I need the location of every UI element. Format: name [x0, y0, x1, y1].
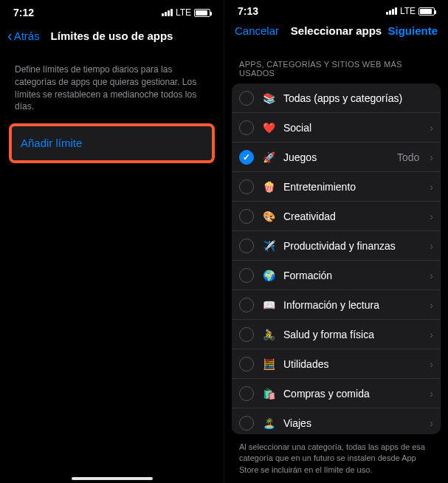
- category-label: Creatividad: [283, 210, 422, 222]
- category-row[interactable]: 📚Todas (apps y categorías): [232, 83, 441, 113]
- category-row[interactable]: 🚀JuegosTodo›: [232, 143, 441, 172]
- category-row[interactable]: 🧮Utilidades›: [232, 349, 441, 379]
- page-title: Límites de uso de apps: [51, 30, 173, 42]
- chevron-right-icon: ›: [430, 210, 433, 222]
- selection-checkbox[interactable]: [239, 91, 254, 106]
- screen-select-apps: 7:13 LTE Cancelar Seleccionar apps Sigui…: [224, 0, 448, 483]
- add-limit-label: Añadir límite: [21, 137, 82, 149]
- footer-note: Al seleccionar una categoría, todas las …: [224, 434, 448, 483]
- category-label: Compras y comida: [283, 388, 422, 400]
- selection-checkbox[interactable]: [239, 357, 254, 371]
- nav-bar: ‹ Atrás Límites de uso de apps: [0, 22, 224, 49]
- category-icon: 🛍️: [261, 386, 276, 401]
- back-button[interactable]: ‹ Atrás: [7, 28, 40, 43]
- nav-bar: Cancelar Seleccionar apps Siguiente: [224, 20, 448, 43]
- category-icon: 🏝️: [261, 416, 276, 431]
- chevron-right-icon: ›: [430, 122, 433, 134]
- carrier-label: LTE: [400, 6, 416, 16]
- category-row[interactable]: ✈️Productividad y finanzas›: [232, 231, 441, 261]
- category-row[interactable]: 🛍️Compras y comida›: [232, 379, 441, 408]
- category-icon: 🧮: [261, 357, 276, 371]
- category-label: Productividad y finanzas: [283, 240, 422, 252]
- status-bar: 7:13 LTE: [224, 0, 448, 20]
- status-indicators: LTE: [386, 6, 435, 16]
- category-label: Formación: [283, 270, 422, 281]
- chevron-right-icon: ›: [430, 240, 433, 252]
- category-row[interactable]: 🍿Entretenimiento›: [232, 172, 441, 202]
- selection-checkbox[interactable]: [239, 416, 254, 431]
- home-indicator[interactable]: [72, 477, 153, 480]
- category-icon: ✈️: [261, 239, 276, 253]
- category-row[interactable]: 🏝️Viajes›: [232, 408, 441, 434]
- category-row[interactable]: 🌍Formación›: [232, 261, 441, 290]
- category-icon: 🎨: [261, 209, 276, 224]
- page-title: Seleccionar apps: [291, 24, 382, 37]
- category-label: Viajes: [283, 417, 422, 429]
- selection-checkbox[interactable]: [239, 239, 254, 253]
- category-icon: 🍿: [261, 179, 276, 194]
- screen-app-limits: 7:12 LTE ‹ Atrás Límites de uso de apps …: [0, 0, 224, 483]
- category-icon: 🌍: [261, 268, 276, 283]
- category-list: 📚Todas (apps y categorías)❤️Social›🚀Jueg…: [232, 83, 441, 434]
- signal-icon: [162, 9, 173, 16]
- add-limit-button[interactable]: Añadir límite: [9, 123, 215, 163]
- selection-checkbox[interactable]: [239, 386, 254, 401]
- status-bar: 7:12 LTE: [0, 0, 224, 22]
- selection-checkbox[interactable]: [239, 150, 254, 165]
- category-icon: 🚀: [261, 150, 276, 165]
- category-label: Todas (apps y categorías): [283, 92, 433, 104]
- category-row[interactable]: 🚴Salud y forma física›: [232, 320, 441, 349]
- cancel-button[interactable]: Cancelar: [235, 24, 279, 37]
- chevron-right-icon: ›: [430, 181, 433, 193]
- carrier-label: LTE: [176, 7, 191, 18]
- category-row[interactable]: 🎨Creatividad›: [232, 202, 441, 231]
- category-label: Salud y forma física: [283, 329, 422, 340]
- chevron-right-icon: ›: [430, 299, 433, 311]
- section-header: APPS, CATEGORÍAS Y SITIOS WEB MÁS USADOS: [224, 42, 448, 83]
- category-label: Entretenimiento: [283, 181, 422, 193]
- category-label: Información y lectura: [283, 299, 422, 311]
- selection-checkbox[interactable]: [239, 268, 254, 283]
- category-value: Todo: [397, 151, 419, 163]
- description-text: Define límites de tiempo diarios para la…: [0, 49, 224, 123]
- category-row[interactable]: ❤️Social›: [232, 113, 441, 143]
- category-icon: 🚴: [261, 327, 276, 342]
- category-label: Utilidades: [283, 358, 422, 370]
- chevron-right-icon: ›: [430, 329, 433, 340]
- chevron-left-icon: ‹: [7, 28, 13, 43]
- selection-checkbox[interactable]: [239, 327, 254, 342]
- chevron-right-icon: ›: [430, 270, 433, 281]
- signal-icon: [386, 7, 397, 15]
- status-time: 7:13: [238, 5, 258, 17]
- category-row[interactable]: 📖Información y lectura›: [232, 290, 441, 320]
- status-indicators: LTE: [162, 7, 210, 18]
- chevron-right-icon: ›: [430, 388, 433, 400]
- category-icon: 📖: [261, 298, 276, 312]
- back-label: Atrás: [14, 30, 40, 42]
- chevron-right-icon: ›: [430, 417, 433, 429]
- selection-checkbox[interactable]: [239, 120, 254, 135]
- selection-checkbox[interactable]: [239, 179, 254, 194]
- category-icon: 📚: [261, 91, 276, 106]
- category-label: Juegos: [283, 151, 390, 163]
- chevron-right-icon: ›: [430, 358, 433, 370]
- selection-checkbox[interactable]: [239, 298, 254, 312]
- next-button[interactable]: Siguiente: [387, 24, 438, 37]
- chevron-right-icon: ›: [430, 151, 433, 163]
- battery-icon: [194, 9, 210, 17]
- selection-checkbox[interactable]: [239, 209, 254, 224]
- status-time: 7:12: [13, 7, 34, 18]
- category-icon: ❤️: [261, 120, 276, 135]
- battery-icon: [418, 7, 435, 16]
- category-label: Social: [283, 122, 422, 134]
